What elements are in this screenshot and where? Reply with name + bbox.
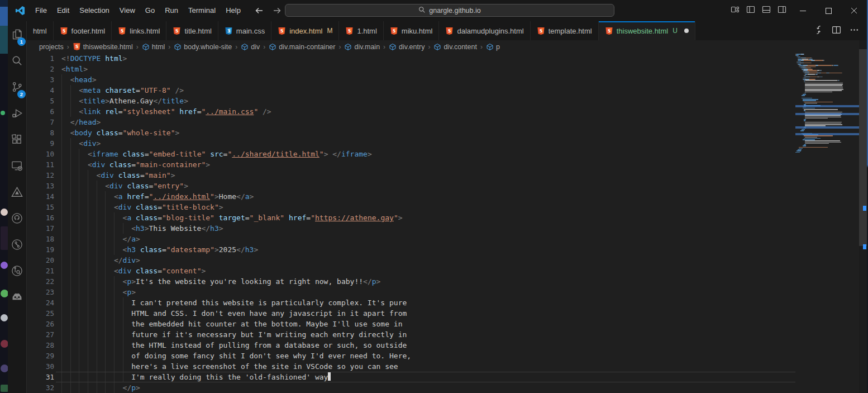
code-line-2[interactable]: 2<html> [27, 64, 867, 74]
breadcrumb-item-projects[interactable]: projects [39, 43, 64, 51]
tab-thiswebsite.html[interactable]: 5thiswebsite.htmlU [599, 21, 695, 40]
indent-guides [61, 138, 79, 149]
minimap[interactable] [795, 53, 859, 393]
breadcrumb-item-thiswebsite.html[interactable]: 5thiswebsite.html [73, 42, 133, 51]
split-editor-icon[interactable] [832, 25, 841, 37]
toggle-secondary-sidebar-icon[interactable] [778, 5, 786, 16]
code-line-12[interactable]: 12<div class="main"> [27, 170, 867, 181]
menu-terminal[interactable]: Terminal [183, 0, 221, 21]
minimap-line [802, 95, 805, 96]
code-line-9[interactable]: 9<div> [27, 138, 867, 149]
activity-bar: 1 2 [8, 21, 27, 393]
tab-main.css[interactable]: 3main.css [218, 21, 271, 40]
code-line-4[interactable]: 4<meta charset="UTF-8" /> [27, 85, 867, 96]
tab-label: thiswebsite.html [617, 27, 668, 35]
code-line-29[interactable]: 29of doing some fancy shit I don't see w… [27, 351, 867, 361]
code-line-17[interactable]: 17<h3>This Website</h3> [27, 223, 867, 234]
code-line-22[interactable]: 22<p>It's the website you're looking at … [27, 276, 867, 287]
menu-help[interactable]: Help [221, 0, 246, 21]
breadcrumb-item-html[interactable]: html [142, 43, 165, 51]
code-line-19[interactable]: 19<h3 class="datestamp">2025</h3> [27, 244, 867, 255]
line-number: 13 [27, 181, 54, 191]
code-line-13[interactable]: 13<div class="entry"> [27, 181, 867, 191]
menu-file[interactable]: File [30, 0, 52, 21]
dirty-indicator-icon[interactable] [684, 29, 689, 33]
run-debug-icon[interactable] [8, 100, 26, 126]
customize-layout-icon[interactable] [731, 5, 740, 16]
tab-html[interactable]: html [27, 21, 54, 40]
tab-index.html[interactable]: 5index.htmlM [271, 21, 339, 40]
tab-links.html[interactable]: 5links.html [112, 21, 166, 40]
scrollbar-slider[interactable] [859, 49, 867, 246]
code-line-27[interactable]: 27future if it's necessary but I'm writi… [27, 329, 867, 340]
breadcrumb-item-body.whole-site[interactable]: body.whole-site [174, 43, 232, 51]
search-icon[interactable] [8, 48, 26, 74]
code-line-1[interactable]: 1<!DOCTYPE html> [27, 53, 867, 64]
code-line-18[interactable]: 18</a> [27, 234, 867, 244]
code-line-24[interactable]: 24I can't pretend this website is partic… [27, 297, 867, 308]
github-icon[interactable] [8, 205, 26, 231]
code-line-3[interactable]: 3<head> [27, 74, 867, 85]
code-line-20[interactable]: 20</div> [27, 255, 867, 266]
symbol-element-icon [142, 43, 150, 51]
html-file-icon: 5 [173, 27, 181, 35]
menu-selection[interactable]: Selection [74, 0, 114, 21]
command-center[interactable]: gnargle.github.io [285, 4, 614, 17]
code-line-5[interactable]: 5<title>Athene.Gay</title> [27, 96, 867, 106]
more-actions-icon[interactable] [850, 25, 859, 37]
tab-title.html[interactable]: 5title.html [166, 21, 218, 40]
menu-run[interactable]: Run [160, 0, 183, 21]
menu-go[interactable]: Go [140, 0, 160, 21]
code-line-6[interactable]: 6<link rel="stylesheet" href="../main.cs… [27, 106, 867, 117]
toggle-primary-sidebar-icon[interactable] [746, 5, 755, 16]
code-line-7[interactable]: 7</head> [27, 117, 867, 127]
menu-edit[interactable]: Edit [52, 0, 74, 21]
extensions-icon[interactable] [8, 126, 26, 153]
editor[interactable]: 1<!DOCTYPE html>2<html>3<head>4<meta cha… [27, 53, 867, 393]
toggle-panel-icon[interactable] [762, 5, 771, 16]
editor-scrollbar[interactable] [859, 40, 867, 393]
menu-view[interactable]: View [115, 0, 140, 21]
close-button[interactable] [841, 0, 867, 21]
screen: FileEditSelectionViewGoRunTerminalHelp g… [0, 0, 868, 393]
breadcrumb-item-p[interactable]: p [486, 43, 500, 51]
breadcrumb-item-div.entry[interactable]: div.entry [389, 43, 425, 51]
code-line-15[interactable]: 15<div class="title-block"> [27, 202, 867, 212]
breadcrumb-item-div.content[interactable]: div.content [433, 43, 477, 51]
tab-1.html[interactable]: 51.html [339, 21, 383, 40]
source-control-icon[interactable]: 2 [8, 74, 26, 100]
gitlens-search-icon[interactable] [8, 258, 26, 284]
breadcrumb-item-div.main[interactable]: div.main [344, 43, 380, 51]
explorer-icon[interactable]: 1 [8, 21, 26, 48]
code-line-16[interactable]: 16<a class="blog-title" target="_blank" … [27, 212, 867, 223]
code-line-28[interactable]: 28the HTML instead of pulling from a dat… [27, 340, 867, 351]
code-line-25[interactable]: 25HTML and CSS. I don't even have any ja… [27, 308, 867, 319]
tab-template.html[interactable]: 5template.html [531, 21, 599, 40]
minimize-button[interactable] [790, 0, 815, 21]
code-line-10[interactable]: 10<iframe class="embed-title" src="../sh… [27, 149, 867, 159]
editor-actions [806, 21, 867, 40]
code-line-32[interactable]: 32</p> [27, 382, 867, 393]
code-line-26[interactable]: 26the embedded hit counter at the bottom… [27, 319, 867, 329]
tab-dalamudplugins.html[interactable]: 5dalamudplugins.html [439, 21, 530, 40]
tab-miku.html[interactable]: 5miku.html [384, 21, 440, 40]
code-line-30[interactable]: 30here's a live screenshot of the site i… [27, 361, 867, 372]
tab-footer.html[interactable]: 5footer.html [54, 21, 112, 40]
workspace-name: gnargle.github.io [429, 7, 480, 15]
a-extension-icon[interactable] [8, 179, 26, 205]
nav-back-button[interactable] [255, 6, 264, 15]
code-line-21[interactable]: 21<div class="content"> [27, 266, 867, 276]
remote-explorer-icon[interactable] [8, 153, 26, 179]
code-line-14[interactable]: 14<a href="../index.html">Home</a> [27, 191, 867, 202]
code-line-8[interactable]: 8<body class="whole-site"> [27, 127, 867, 138]
godot-icon[interactable] [8, 284, 26, 310]
breadcrumb-item-div.main-container[interactable]: div.main-container [269, 43, 335, 51]
gitlens-icon[interactable] [8, 231, 26, 258]
nav-forward-button[interactable] [273, 6, 282, 15]
minimap-line [805, 74, 818, 75]
code-line-11[interactable]: 11<div class="main-container"> [27, 159, 867, 170]
maximize-button[interactable] [815, 0, 841, 21]
code-line-23[interactable]: 23<p> [27, 287, 867, 297]
compare-changes-icon[interactable] [814, 25, 823, 37]
breadcrumb-item-div[interactable]: div [241, 43, 260, 51]
